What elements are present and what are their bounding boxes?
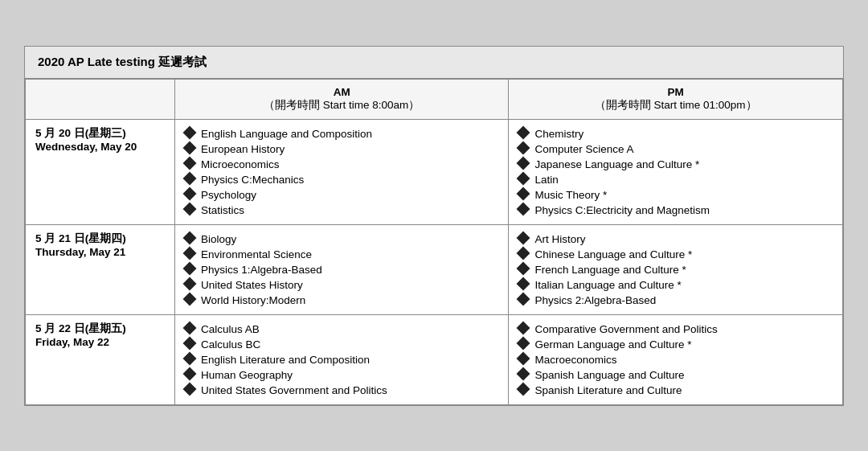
subject-label: Physics 2:Algebra-Based xyxy=(534,294,833,306)
subject-label: European History xyxy=(201,143,499,155)
list-item: Macroeconomics xyxy=(518,352,833,366)
title-text: 2020 AP Late testing 延遲考試 xyxy=(38,55,207,68)
subject-label: Psychology xyxy=(201,189,499,201)
list-item: United States Government and Politics xyxy=(185,383,499,396)
list-item: Music Theory * xyxy=(518,187,833,201)
list-item: Chinese Language and Culture * xyxy=(518,247,833,260)
list-item: United States History xyxy=(185,277,499,291)
bullet-icon xyxy=(182,231,196,244)
subject-label: United States History xyxy=(201,279,499,291)
subject-label: Italian Language and Culture * xyxy=(534,279,833,291)
pm-cell-1: Art HistoryChinese Language and Culture … xyxy=(509,224,843,314)
subject-label: English Literature and Composition xyxy=(201,354,499,366)
subject-label: United States Government and Politics xyxy=(201,384,499,396)
am-cell-0: English Language and CompositionEuropean… xyxy=(174,119,509,224)
list-item: European History xyxy=(185,141,499,155)
bullet-icon xyxy=(182,141,196,154)
am-cell-2: Calculus ABCalculus BCEnglish Literature… xyxy=(174,314,509,404)
subject-label: Calculus BC xyxy=(201,338,499,351)
list-item: French Language and Culture * xyxy=(518,262,833,276)
list-item: English Literature and Composition xyxy=(185,352,499,366)
subject-label: Biology xyxy=(201,233,499,245)
bullet-icon xyxy=(182,292,196,305)
header-pm-col: PM （開考時間 Start time 01:00pm） xyxy=(509,79,843,119)
header-date-col xyxy=(26,79,175,119)
bullet-icon xyxy=(182,187,196,200)
bullet-icon xyxy=(517,156,530,170)
bullet-icon xyxy=(517,141,530,154)
subject-label: Latin xyxy=(534,174,833,186)
pm-col-main: PM xyxy=(668,86,684,98)
bullet-icon xyxy=(182,351,196,365)
bullet-icon xyxy=(517,336,530,350)
subject-label: Spanish Literature and Culture xyxy=(534,384,833,396)
list-item: World History:Modern xyxy=(185,293,499,306)
pm-cell-0: ChemistryComputer Science AJapanese Lang… xyxy=(509,119,843,224)
date-line2-0: Wednesday, May 20 xyxy=(35,141,165,153)
schedule-table: AM （開考時間 Start time 8:00am） PM （開考時間 Sta… xyxy=(25,79,843,405)
bullet-icon xyxy=(517,187,530,200)
list-item: Physics C:Electricity and Magnetism xyxy=(518,203,833,216)
subject-label: Microeconomics xyxy=(201,158,499,170)
bullet-icon xyxy=(517,321,530,334)
date-line2-1: Thursday, May 21 xyxy=(35,246,165,258)
date-line2-2: Friday, May 22 xyxy=(35,336,165,348)
bullet-icon xyxy=(182,261,196,275)
am-col-sub: （開考時間 Start time 8:00am） xyxy=(264,99,420,111)
list-item: Physics C:Mechanics xyxy=(185,172,499,186)
list-item: German Language and Culture * xyxy=(518,337,833,351)
bullet-icon xyxy=(182,202,196,215)
bullet-icon xyxy=(182,156,196,170)
list-item: Chemistry xyxy=(518,126,833,140)
list-item: English Language and Composition xyxy=(185,126,499,140)
list-item: Calculus BC xyxy=(185,337,499,351)
list-item: Statistics xyxy=(185,203,499,216)
list-item: Art History xyxy=(518,232,833,245)
bullet-icon xyxy=(182,321,196,334)
date-cell-1: 5 月 21 日(星期四)Thursday, May 21 xyxy=(26,224,175,314)
list-item: Computer Science A xyxy=(518,141,833,155)
am-col-main: AM xyxy=(334,86,350,98)
bullet-icon xyxy=(182,171,196,185)
bullet-icon xyxy=(517,382,530,396)
list-item: Calculus AB xyxy=(185,322,499,335)
bullet-icon xyxy=(182,246,196,260)
bullet-icon xyxy=(517,202,530,215)
subject-label: World History:Modern xyxy=(201,294,499,306)
subject-label: Chinese Language and Culture * xyxy=(534,248,833,260)
bullet-icon xyxy=(517,277,530,290)
subject-label: German Language and Culture * xyxy=(534,338,833,351)
subject-label: English Language and Composition xyxy=(201,128,499,140)
list-item: Japanese Language and Culture * xyxy=(518,157,833,170)
subject-label: Physics C:Mechanics xyxy=(201,174,499,186)
bullet-icon xyxy=(517,367,530,380)
subject-label: Statistics xyxy=(201,204,499,216)
bullet-icon xyxy=(182,367,196,380)
bullet-icon xyxy=(182,382,196,396)
list-item: Italian Language and Culture * xyxy=(518,277,833,291)
subject-label: Macroeconomics xyxy=(534,354,833,366)
am-cell-1: BiologyEnvironmental SciencePhysics 1:Al… xyxy=(174,224,509,314)
subject-label: Chemistry xyxy=(534,128,833,140)
bullet-icon xyxy=(182,277,196,290)
subject-label: Computer Science A xyxy=(534,143,833,155)
subject-label: Environmental Science xyxy=(201,248,499,260)
list-item: Human Geography xyxy=(185,367,499,381)
subject-label: Human Geography xyxy=(201,369,499,381)
subject-label: Japanese Language and Culture * xyxy=(534,158,833,170)
subject-label: Music Theory * xyxy=(534,189,833,201)
table-row: 5 月 22 日(星期五)Friday, May 22Calculus ABCa… xyxy=(26,314,843,404)
date-line1-1: 5 月 21 日(星期四) xyxy=(35,232,165,246)
bullet-icon xyxy=(182,125,196,139)
subject-label: French Language and Culture * xyxy=(534,264,833,276)
bullet-icon xyxy=(517,351,530,365)
subject-label: Calculus AB xyxy=(201,323,499,335)
date-line1-0: 5 月 20 日(星期三) xyxy=(35,126,165,141)
table-title: 2020 AP Late testing 延遲考試 xyxy=(25,47,843,79)
subject-label: Physics 1:Algebra-Based xyxy=(201,264,499,276)
bullet-icon xyxy=(517,125,530,139)
list-item: Psychology xyxy=(185,187,499,201)
subject-label: Art History xyxy=(534,233,833,245)
schedule-card: 2020 AP Late testing 延遲考試 AM （開考時間 Start… xyxy=(24,46,844,406)
header-am-col: AM （開考時間 Start time 8:00am） xyxy=(174,79,509,119)
